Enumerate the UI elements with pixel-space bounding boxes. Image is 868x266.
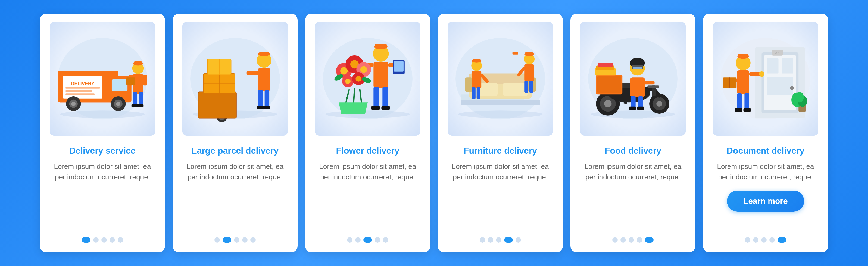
svg-point-87 xyxy=(458,110,542,118)
svg-rect-88 xyxy=(461,100,540,105)
card-document-delivery: 34 xyxy=(703,13,828,253)
svg-rect-25 xyxy=(126,77,135,85)
svg-point-147 xyxy=(790,86,794,90)
svg-rect-134 xyxy=(633,67,642,69)
dot-1 xyxy=(479,237,485,243)
svg-rect-99 xyxy=(513,52,518,55)
dot-2 xyxy=(355,237,361,243)
svg-rect-32 xyxy=(259,52,269,55)
svg-rect-145 xyxy=(782,58,793,73)
svg-rect-100 xyxy=(472,71,481,88)
learn-more-button[interactable]: Learn more xyxy=(727,191,804,212)
svg-rect-34 xyxy=(258,90,263,107)
svg-rect-36 xyxy=(247,71,258,75)
dot-1 xyxy=(612,237,618,243)
card-delivery-service: DELIVERY xyxy=(40,13,165,253)
cards-container: DELIVERY xyxy=(24,3,844,263)
svg-point-81 xyxy=(345,79,350,84)
dot-2 xyxy=(488,237,493,243)
svg-rect-108 xyxy=(529,81,533,93)
svg-rect-135 xyxy=(644,81,655,85)
svg-rect-124 xyxy=(647,85,659,88)
dot-3 xyxy=(761,237,767,243)
illustration-document-delivery: 34 xyxy=(713,22,818,136)
pagination-dots xyxy=(612,232,654,243)
svg-rect-26 xyxy=(131,104,138,107)
svg-rect-68 xyxy=(381,106,390,110)
card-text: Lorem ipsum dolor sit amet, ea per indoc… xyxy=(315,161,421,182)
dot-3 xyxy=(101,237,107,243)
dot-5 xyxy=(250,237,256,243)
svg-point-1 xyxy=(60,110,145,118)
svg-rect-106 xyxy=(525,64,534,81)
svg-rect-24 xyxy=(143,75,147,85)
svg-rect-5 xyxy=(112,79,127,91)
card-food-delivery: Food delivery Lorem ipsum dolor sit amet… xyxy=(570,13,695,253)
card-large-parcel: Large parcel delivery Lorem ipsum dolor … xyxy=(173,13,298,253)
svg-rect-9 xyxy=(65,90,92,92)
svg-rect-139 xyxy=(637,107,644,110)
card-text: Lorem ipsum dolor sit amet, ea per indoc… xyxy=(182,161,288,182)
svg-rect-59 xyxy=(375,44,387,48)
svg-rect-33 xyxy=(258,68,270,91)
dot-4 xyxy=(375,237,380,243)
dot-1 xyxy=(82,237,91,243)
dot-5 xyxy=(777,237,786,243)
svg-rect-165 xyxy=(744,93,749,109)
svg-rect-97 xyxy=(503,83,528,96)
svg-rect-107 xyxy=(525,81,528,93)
svg-point-153 xyxy=(796,92,804,103)
svg-marker-73 xyxy=(339,102,368,114)
svg-rect-138 xyxy=(629,107,636,110)
dot-4 xyxy=(504,237,513,243)
illustration-flower-delivery xyxy=(315,22,421,136)
illustration-furniture-delivery xyxy=(447,22,553,136)
svg-rect-136 xyxy=(631,96,636,108)
svg-rect-10 xyxy=(65,93,95,95)
svg-point-83 xyxy=(355,76,361,81)
dot-2 xyxy=(620,237,626,243)
svg-point-120 xyxy=(656,101,662,106)
illustration-delivery-service: DELIVERY xyxy=(50,22,155,136)
svg-rect-129 xyxy=(598,63,613,67)
card-text: Lorem ipsum dolor sit amet, ea per indoc… xyxy=(50,161,155,182)
dot-4 xyxy=(110,237,115,243)
dot-2 xyxy=(93,237,99,243)
dot-2 xyxy=(753,237,758,243)
card-title: Furniture delivery xyxy=(464,145,537,156)
svg-rect-104 xyxy=(473,59,480,62)
svg-rect-144 xyxy=(767,58,779,73)
svg-rect-156 xyxy=(738,54,748,58)
dot-4 xyxy=(637,237,642,243)
svg-rect-94 xyxy=(465,77,473,92)
svg-rect-8 xyxy=(65,87,100,89)
dot-1 xyxy=(745,237,750,243)
svg-rect-65 xyxy=(373,87,379,108)
dot-5 xyxy=(516,237,521,243)
dot-2 xyxy=(223,237,231,243)
svg-point-159 xyxy=(759,71,764,76)
svg-rect-126 xyxy=(597,76,621,93)
card-title: Large parcel delivery xyxy=(192,145,279,156)
dot-1 xyxy=(214,237,220,243)
card-text: Lorem ipsum dolor sit amet, ea per indoc… xyxy=(580,161,686,182)
pagination-dots xyxy=(745,232,786,243)
card-text: Lorem ipsum dolor sit amet, ea per indoc… xyxy=(713,161,818,182)
dot-5 xyxy=(383,237,389,243)
svg-rect-64 xyxy=(394,61,404,72)
svg-rect-164 xyxy=(737,93,742,109)
dot-4 xyxy=(242,237,248,243)
svg-text:DELIVERY: DELIVERY xyxy=(71,81,95,86)
svg-rect-110 xyxy=(525,53,533,55)
dot-3 xyxy=(363,237,372,243)
illustration-large-parcel xyxy=(182,22,288,136)
card-title: Flower delivery xyxy=(336,145,400,156)
svg-rect-37 xyxy=(257,106,264,109)
illustration-food-delivery xyxy=(580,22,686,136)
svg-rect-146 xyxy=(767,76,793,95)
svg-point-56 xyxy=(326,110,410,118)
dot-3 xyxy=(496,237,501,243)
svg-rect-157 xyxy=(737,70,749,94)
pagination-dots xyxy=(214,232,256,243)
svg-rect-167 xyxy=(744,108,751,112)
